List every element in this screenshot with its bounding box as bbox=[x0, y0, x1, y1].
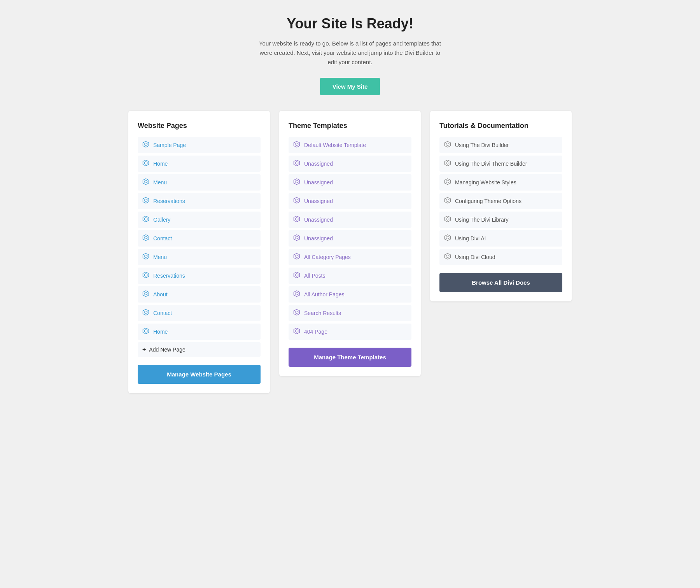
svg-marker-35 bbox=[295, 255, 298, 258]
svg-marker-45 bbox=[446, 143, 449, 146]
theme-template-item[interactable]: All Author Pages bbox=[289, 286, 411, 303]
svg-marker-52 bbox=[445, 216, 451, 222]
svg-marker-47 bbox=[446, 161, 449, 164]
website-page-item[interactable]: Menu bbox=[138, 249, 261, 265]
tutorial-item[interactable]: Using Divi AI bbox=[439, 230, 562, 247]
divi-icon-gray bbox=[444, 234, 451, 243]
divi-icon-gray bbox=[444, 178, 451, 187]
columns-container: Website Pages Sample Page Home Menu Rese… bbox=[128, 111, 572, 393]
svg-marker-23 bbox=[295, 143, 298, 146]
divi-icon-purple bbox=[293, 234, 300, 243]
theme-template-label: All Category Pages bbox=[304, 254, 351, 260]
website-page-item[interactable]: Menu bbox=[138, 174, 261, 191]
svg-marker-4 bbox=[143, 179, 149, 185]
svg-marker-10 bbox=[143, 235, 149, 241]
svg-marker-39 bbox=[295, 292, 298, 295]
browse-all-docs-button[interactable]: Browse All Divi Docs bbox=[439, 273, 562, 292]
website-page-label: Contact bbox=[153, 310, 172, 316]
website-page-item[interactable]: Home bbox=[138, 156, 261, 172]
divi-icon-purple bbox=[293, 141, 300, 149]
website-page-item[interactable]: Contact bbox=[138, 305, 261, 321]
website-page-label: About bbox=[153, 291, 168, 298]
theme-template-item[interactable]: Unassigned bbox=[289, 212, 411, 228]
website-page-item[interactable]: Reservations bbox=[138, 268, 261, 284]
tutorial-item[interactable]: Using The Divi Theme Builder bbox=[439, 156, 562, 172]
website-page-item[interactable]: Gallery bbox=[138, 212, 261, 228]
svg-marker-9 bbox=[144, 217, 147, 220]
page-subtitle: Your website is ready to go. Below is a … bbox=[257, 39, 443, 67]
theme-templates-title: Theme Templates bbox=[289, 122, 411, 130]
theme-template-item[interactable]: Search Results bbox=[289, 305, 411, 321]
svg-marker-13 bbox=[144, 255, 147, 258]
theme-template-item[interactable]: Unassigned bbox=[289, 230, 411, 247]
theme-template-label: Search Results bbox=[304, 310, 341, 316]
tutorial-item[interactable]: Using The Divi Library bbox=[439, 212, 562, 228]
svg-marker-29 bbox=[295, 199, 298, 202]
website-pages-title: Website Pages bbox=[138, 122, 261, 130]
theme-template-item[interactable]: All Posts bbox=[289, 268, 411, 284]
theme-template-label: All Author Pages bbox=[304, 291, 345, 298]
divi-icon-blue bbox=[142, 159, 149, 168]
website-page-label: Contact bbox=[153, 235, 172, 242]
tutorial-label: Using The Divi Builder bbox=[455, 142, 509, 148]
website-page-item[interactable]: Reservations bbox=[138, 193, 261, 209]
svg-marker-25 bbox=[295, 161, 298, 164]
divi-icon-blue bbox=[142, 178, 149, 187]
theme-template-label: Default Website Template bbox=[304, 142, 366, 148]
theme-template-label: 404 Page bbox=[304, 329, 327, 335]
theme-template-item[interactable]: 404 Page bbox=[289, 324, 411, 340]
svg-marker-22 bbox=[294, 142, 300, 147]
svg-marker-36 bbox=[294, 272, 300, 278]
tutorial-item[interactable]: Using The Divi Builder bbox=[439, 137, 562, 153]
website-page-label: Home bbox=[153, 161, 168, 167]
website-page-label: Menu bbox=[153, 254, 167, 260]
svg-marker-18 bbox=[143, 310, 149, 315]
page-header: Your Site Is Ready! Your website is read… bbox=[8, 16, 692, 95]
theme-template-item[interactable]: All Category Pages bbox=[289, 249, 411, 265]
svg-marker-37 bbox=[295, 273, 298, 276]
svg-marker-27 bbox=[295, 180, 298, 183]
tutorials-column: Tutorials & Documentation Using The Divi… bbox=[430, 111, 572, 301]
svg-marker-26 bbox=[294, 179, 300, 185]
manage-website-pages-button[interactable]: Manage Website Pages bbox=[138, 365, 261, 384]
svg-marker-44 bbox=[445, 142, 451, 147]
divi-icon-blue bbox=[142, 215, 149, 224]
theme-template-label: Unassigned bbox=[304, 198, 333, 204]
theme-template-item[interactable]: Unassigned bbox=[289, 193, 411, 209]
divi-icon-purple bbox=[293, 215, 300, 224]
svg-marker-33 bbox=[295, 236, 298, 239]
tutorials-list: Using The Divi Builder Using The Divi Th… bbox=[439, 137, 562, 265]
website-page-label: Sample Page bbox=[153, 142, 186, 148]
theme-template-item[interactable]: Unassigned bbox=[289, 174, 411, 191]
theme-template-label: Unassigned bbox=[304, 179, 333, 186]
divi-icon-purple bbox=[293, 253, 300, 261]
website-page-item[interactable]: Contact bbox=[138, 230, 261, 247]
svg-marker-50 bbox=[445, 198, 451, 203]
manage-theme-templates-button[interactable]: Manage Theme Templates bbox=[289, 348, 411, 367]
add-new-page-label: Add New Page bbox=[149, 346, 185, 353]
svg-marker-46 bbox=[445, 160, 451, 166]
tutorial-item[interactable]: Managing Website Styles bbox=[439, 174, 562, 191]
tutorial-label: Using Divi AI bbox=[455, 235, 486, 242]
website-page-label: Menu bbox=[153, 179, 167, 186]
view-site-button[interactable]: View My Site bbox=[320, 78, 380, 95]
theme-template-label: Unassigned bbox=[304, 217, 333, 223]
divi-icon-blue bbox=[142, 309, 149, 317]
website-page-item[interactable]: Sample Page bbox=[138, 137, 261, 153]
divi-icon-gray bbox=[444, 159, 451, 168]
svg-marker-5 bbox=[144, 180, 147, 183]
svg-marker-15 bbox=[144, 273, 147, 276]
theme-template-item[interactable]: Unassigned bbox=[289, 156, 411, 172]
tutorial-item[interactable]: Using Divi Cloud bbox=[439, 249, 562, 265]
tutorial-item[interactable]: Configuring Theme Options bbox=[439, 193, 562, 209]
theme-template-item[interactable]: Default Website Template bbox=[289, 137, 411, 153]
svg-marker-34 bbox=[294, 254, 300, 259]
svg-marker-12 bbox=[143, 254, 149, 259]
svg-marker-19 bbox=[144, 311, 147, 314]
add-new-page-button[interactable]: + Add New Page bbox=[138, 342, 261, 357]
website-page-item[interactable]: Home bbox=[138, 324, 261, 340]
svg-marker-7 bbox=[144, 199, 147, 202]
divi-icon-gray bbox=[444, 253, 451, 261]
website-page-item[interactable]: About bbox=[138, 286, 261, 303]
divi-icon-blue bbox=[142, 141, 149, 149]
